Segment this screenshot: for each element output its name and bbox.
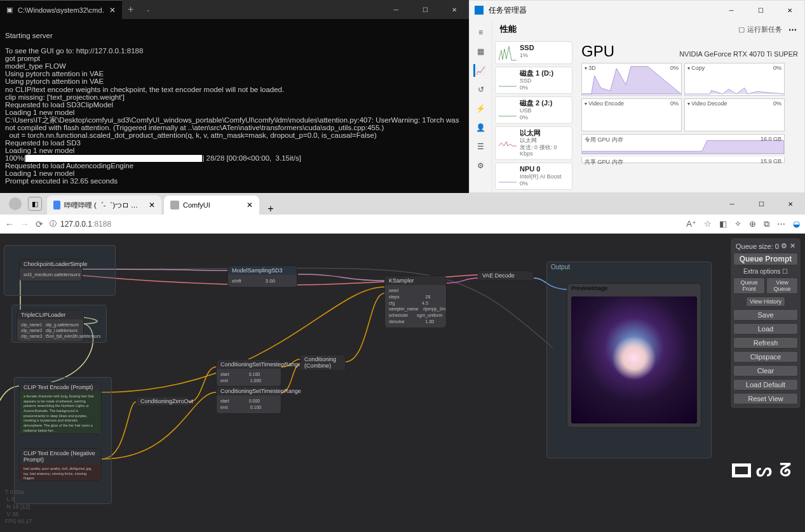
more-icon[interactable]: ⋯ — [788, 25, 797, 34]
split-icon[interactable]: ◧ — [719, 219, 727, 229]
hamburger-icon[interactable]: ≡ — [475, 26, 487, 39]
cmd-window: ▣ C:\Windows\system32\cmd. ✕ + ⌄ ─ ☐ ✕ S… — [0, 0, 469, 193]
gpu-name: NVIDIA GeForce RTX 4070 Ti SUPER — [679, 50, 798, 58]
maximize-button[interactable]: ☐ — [746, 1, 775, 20]
performance-icon[interactable]: 📈 — [473, 64, 486, 77]
site-info-icon[interactable]: ⓘ — [50, 219, 57, 229]
new-tab-button[interactable]: + — [262, 203, 280, 215]
reset-view-button[interactable]: Reset View — [733, 393, 798, 404]
node-checkpoint-loader[interactable]: CheckpointLoaderSimplesd3_medium.safeten… — [19, 259, 83, 281]
gpu-dedicated-mem-chart: 专用 GPU 内存16.0 GB — [581, 134, 785, 154]
node-clip-negative[interactable]: CLIP Text Encode (Negative Prompt)bad qu… — [19, 448, 102, 481]
node-model-sampling[interactable]: ModelSamplingSD3shift 3.00 — [227, 265, 297, 288]
favicon — [53, 201, 60, 209]
cmd-icon: ▣ — [6, 6, 13, 14]
node-preview-image[interactable]: PreviewImage — [567, 283, 701, 428]
node-clip-positive[interactable]: CLIP Text Encode (Prompt)a female charac… — [19, 382, 102, 434]
tm-gpu-panel: GPU NVIDIA GeForce RTX 4070 Ti SUPER 3D0… — [575, 39, 804, 192]
tm-card-disk2[interactable]: 磁盘 2 (J:)USB0% — [495, 96, 572, 124]
close-button[interactable]: ✕ — [440, 0, 469, 19]
tm-card-ethernet[interactable]: 以太网以太网发送: 0 接收: 0 Kbps — [495, 126, 572, 161]
close-button[interactable]: ✕ — [775, 1, 804, 20]
cmd-window-controls: ─ ☐ ✕ — [381, 0, 469, 19]
view-history-button[interactable]: View History — [746, 296, 785, 307]
gpu-title: GPU — [581, 43, 614, 60]
refresh-button[interactable]: Refresh — [733, 337, 798, 349]
close-button[interactable]: ✕ — [776, 193, 805, 215]
details-icon[interactable]: ☰ — [475, 140, 487, 153]
new-tab-button[interactable]: + — [122, 0, 140, 19]
cmd-tab[interactable]: ▣ C:\Windows\system32\cmd. ✕ — [0, 0, 122, 19]
maximize-button[interactable]: ☐ — [747, 193, 776, 215]
users-icon[interactable]: 👤 — [475, 121, 487, 134]
view-queue-button[interactable]: View Queue — [766, 277, 798, 294]
load-default-button[interactable]: Load Default — [733, 379, 798, 390]
comfy-control-panel: Queue size: 0⚙✕ Queue Prompt Extra optio… — [730, 237, 801, 409]
cmd-log-1: Starting server To see the GUI go to: ht… — [5, 32, 461, 154]
close-tab-icon[interactable]: ✕ — [109, 6, 116, 15]
startup-icon[interactable]: ⚡ — [475, 102, 487, 115]
clear-button[interactable]: Clear — [733, 365, 798, 376]
tm-header: 性能 ▢ 运行新任务 ⋯ — [492, 20, 804, 39]
close-tab-icon[interactable]: ✕ — [247, 201, 253, 209]
copilot-icon[interactable]: ◒ — [793, 219, 800, 229]
history-icon[interactable]: ↺ — [475, 83, 487, 96]
clipspace-button[interactable]: Clipspace — [733, 351, 798, 362]
comfyui-canvas[interactable]: Output CheckpointLoaderSimplesd3_medium.… — [0, 234, 805, 532]
browser-tab-comfyui[interactable]: ComfyUI✕ — [164, 196, 259, 215]
gear-icon[interactable]: ⚙ — [781, 242, 787, 250]
browser-tabs: ◧ 哔哩哔哩 (゜-゜)つロ 干杯~-bili…✕ ComfyUI✕ + ─ ☐… — [0, 193, 805, 215]
save-button[interactable]: Save — [733, 309, 798, 321]
url-field[interactable]: ⓘ 127.0.0.1:8188 — [50, 219, 680, 229]
minimize-button[interactable]: ─ — [717, 1, 746, 20]
tm-card-npu[interactable]: NPU 0Intel(R) AI Boost0% — [495, 163, 572, 190]
tm-card-disk1[interactable]: 磁盘 1 (D:)SSD0% — [495, 67, 572, 94]
gpu-3d-chart[interactable]: 3D0% — [581, 63, 682, 96]
minimize-button[interactable]: ─ — [381, 0, 410, 19]
node-vae-decode[interactable]: VAE Decode — [478, 270, 534, 281]
node-cond-combine[interactable]: Conditioning (Combine) — [300, 354, 346, 371]
collections-icon[interactable]: ✧ — [734, 219, 741, 229]
queue-prompt-button[interactable]: Queue Prompt — [733, 253, 798, 265]
browser-tab-bilibili[interactable]: 哔哩哔哩 (゜-゜)つロ 干杯~-bili…✕ — [47, 196, 161, 215]
minimize-button[interactable]: ─ — [717, 193, 747, 215]
close-panel-icon[interactable]: ✕ — [790, 242, 795, 250]
workspace-icon[interactable]: ◧ — [28, 197, 42, 211]
processes-icon[interactable]: ▦ — [475, 45, 487, 58]
gpu-venc-chart[interactable]: Video Encode0% — [581, 98, 682, 131]
maximize-button[interactable]: ☐ — [410, 0, 440, 19]
close-tab-icon[interactable]: ✕ — [149, 201, 155, 209]
node-ksampler[interactable]: KSamplerseed steps 28 cfg 4.5 sampler_na… — [384, 276, 447, 328]
gpu-vdec-chart[interactable]: Video Decode0% — [684, 98, 785, 131]
favorite-icon[interactable]: ☆ — [704, 219, 712, 229]
extra-options-checkbox[interactable]: Extra options ☐ — [733, 267, 798, 276]
browser-window: ◧ 哔哩哔哩 (゜-゜)つロ 干杯~-bili…✕ ComfyUI✕ + ─ ☐… — [0, 193, 805, 532]
text-size-icon[interactable]: A⁺ — [686, 219, 696, 229]
queue-front-button[interactable]: Queue Front — [733, 277, 765, 294]
run-new-task-button[interactable]: ▢ 运行新任务 — [738, 25, 782, 34]
load-button[interactable]: Load — [733, 323, 798, 335]
tab-dropdown-icon[interactable]: ⌄ — [140, 0, 158, 19]
group-title: Output — [547, 262, 711, 272]
extensions-icon[interactable]: ⧉ — [764, 219, 769, 229]
node-cond-zero-out[interactable]: ConditioningZeroOut — [136, 396, 189, 406]
node-cond-timestep-2[interactable]: ConditioningSetTimestepRangestart 0.000 … — [216, 386, 281, 414]
task-manager-icon — [475, 6, 484, 15]
preview-image — [571, 296, 697, 423]
back-button[interactable]: ← — [5, 219, 14, 229]
url-host: 127.0.0.1 — [60, 220, 92, 229]
gpu-copy-chart[interactable]: Copy0% — [684, 63, 785, 96]
queue-size-label: Queue size: 0 — [736, 243, 779, 250]
refresh-button[interactable]: ⟳ — [36, 219, 43, 229]
node-triple-clip[interactable]: TripleCLIPLoaderclip_name1 clip_g.safete… — [17, 310, 84, 342]
tm-resource-list: SSD1% 磁盘 1 (D:)SSD0% 磁盘 2 (J:)USB0% 以太网以… — [492, 39, 575, 192]
tab-label: 哔哩哔哩 (゜-゜)つロ 干杯~-bili… — [64, 201, 145, 210]
tm-card-ssd0[interactable]: SSD1% — [495, 41, 572, 64]
services-icon[interactable]: ⚙ — [475, 159, 487, 172]
menu-icon[interactable]: ⋯ — [777, 219, 785, 229]
node-cond-timestep-1[interactable]: ConditioningSetTimestepRangestart 0.100 … — [216, 359, 281, 387]
downloads-icon[interactable]: ⊕ — [749, 219, 756, 229]
cmd-log-2: Requested to load AutoencodingEngine Loa… — [5, 162, 133, 185]
forward-button[interactable]: → — [20, 219, 29, 229]
profile-avatar[interactable] — [9, 197, 22, 210]
